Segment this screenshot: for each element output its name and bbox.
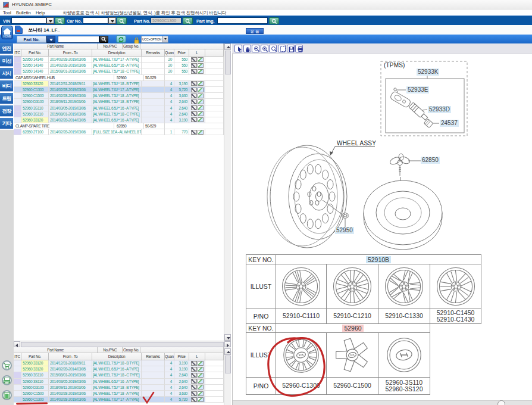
top-vscroll-thumb[interactable] [225,51,231,74]
illust-wheel-4[interactable] [430,264,481,309]
edit-icon[interactable] [191,379,197,384]
bottom-vscroll-thumb[interactable] [225,356,231,373]
sidebar-item-5[interactable]: 전장 [0,105,13,117]
pno-value-2-1[interactable]: 52960-C1300 [276,377,327,395]
part-row[interactable]: 52950 141402015/08/01-2019/03/06[AL WHEE… [14,68,224,74]
edit-icon[interactable] [191,57,197,62]
illust-wheel-1[interactable] [276,264,327,309]
print-list-button[interactable] [2,375,12,385]
zoom-icon[interactable] [269,45,277,52]
image-icon[interactable] [198,385,204,390]
vin-input[interactable] [11,17,46,24]
label-24537[interactable]: 24537 [440,120,459,127]
part-row[interactable]: 52960 C15002014/02/28-2019/03/06[AL WHEE… [14,93,224,99]
sidebar-item-0[interactable]: 엔진 [0,43,13,54]
top-hscroll-thumb[interactable] [21,342,224,347]
part-row[interactable]: 52960 331202014/12/31-2018/09/11[AL WHEE… [14,360,224,366]
select-region-icon[interactable] [278,45,286,52]
label-62850[interactable]: 62850 [421,157,440,164]
home-button[interactable]: HOME [1,26,13,39]
edit-icon[interactable] [191,361,197,366]
vin-search-button[interactable] [55,17,65,24]
edit-icon[interactable] [191,111,197,116]
pno-value-1-2[interactable]: 52910-C1210 [326,309,378,324]
part-no-input[interactable] [58,36,99,43]
cursor-icon[interactable] [234,45,242,52]
illust-cap-1[interactable] [276,332,327,378]
report-button[interactable] [2,390,12,400]
label-52933D[interactable]: 52933D [428,106,451,113]
image-icon[interactable] [198,63,204,68]
image-icon[interactable] [198,391,204,396]
refresh-button[interactable] [116,35,126,43]
edit-icon[interactable] [191,130,197,135]
print-icon[interactable] [295,45,303,52]
edit-icon[interactable] [191,117,197,122]
car-dropdown[interactable] [108,17,116,24]
edit-icon[interactable] [191,397,197,402]
menu-help[interactable]: Help [36,10,45,15]
image-icon[interactable] [198,117,204,122]
edit-icon[interactable] [191,69,197,74]
car-search-button[interactable] [117,17,127,24]
part-row[interactable]: 62850 2T1002014/02/28-2019/03/06[FULL SI… [14,129,224,135]
part-row[interactable]: 52950 141402014/02/28-2019/03/06[AL WHEE… [14,63,224,68]
image-icon[interactable] [198,105,204,110]
part-row[interactable]: 52960 3S1102015/08/01-2019/03/06[AL WHEE… [14,372,224,378]
part-search-button[interactable] [183,17,193,24]
pno-value-1-4[interactable]: 52910-C145052910-C1430 [430,309,481,324]
edit-icon[interactable] [191,367,197,372]
edit-icon[interactable] [191,391,197,396]
image-icon[interactable] [198,57,204,62]
illust-wheel-3[interactable] [378,264,430,309]
search-type-dropdown[interactable] [46,36,55,43]
ucc-option-combo[interactable]: UCC+OPTION [141,36,168,43]
sidebar-item-1[interactable]: 미션 [0,55,13,67]
edit-icon[interactable] [191,94,197,98]
label-52933K[interactable]: 52933K [417,68,439,76]
image-icon[interactable] [198,379,204,384]
scroll-up-button[interactable] [224,43,231,50]
pno-value-2-3[interactable]: 52960-3S11052960-3S120 [378,377,430,395]
bottom-table-vscrollbar[interactable] [224,347,231,405]
edit-icon[interactable] [191,63,197,68]
group-row[interactable]: CLAMP-SPARE TIRE6285050-529 [14,123,224,129]
image-icon[interactable] [198,88,204,92]
hand-icon[interactable] [243,45,251,52]
part-row[interactable]: 52960 3S1102014/03/05-2019/03/06[AL WHEE… [14,379,224,385]
label-52950[interactable]: 52950 [335,227,354,234]
top-table-hscrollbar[interactable] [14,341,231,347]
image-icon[interactable] [198,111,204,116]
part-row[interactable]: 52960 331202014/02/28-2014/03/05[AL WHEE… [14,117,224,123]
part-row[interactable]: 52960 331202014/12/31-2018/09/11[AL WHEE… [14,81,224,87]
image-icon[interactable] [198,361,204,366]
image-icon[interactable] [198,397,204,402]
part-input[interactable] [151,17,181,24]
image-icon[interactable] [198,94,204,98]
illust-cap-3[interactable] [378,332,430,378]
sidebar-item-4[interactable]: 트림 [0,93,13,104]
part-row[interactable]: 52960 3S1102015/08/01-2019/03/06[AL WHEE… [14,111,224,117]
image-icon[interactable] [198,367,204,372]
image-icon[interactable] [198,81,204,86]
image-icon[interactable] [198,69,204,74]
image-icon[interactable] [198,130,204,135]
vin-dropdown[interactable] [46,17,54,24]
key-no-value-1[interactable]: 52910B [276,254,481,264]
edit-icon[interactable] [191,99,197,104]
accessory-button[interactable]: 용 품 [246,28,264,34]
part-row[interactable]: 52960 D31002018/09/11-2019/03/06[AL WHEE… [14,385,224,391]
pno-value-1-1[interactable]: 52910-C1110 [276,309,327,324]
part-row[interactable]: 52950 141402014/02/28-2019/03/06[AL WHEE… [14,57,224,63]
sidebar-item-2[interactable]: 샤시 [0,68,13,79]
label-52933E[interactable]: 52933E [406,86,429,94]
img-search-button[interactable] [269,17,279,24]
part-row[interactable]: 52960 C13002014/02/28-2019/03/06[AL WHEE… [14,397,224,403]
car-input[interactable] [83,17,108,24]
zoom-out-icon[interactable] [252,45,259,52]
key-no-value-2[interactable]: 52960 [276,323,430,333]
illust-wheel-2[interactable] [326,264,378,309]
scroll-down-button[interactable] [224,334,231,341]
scroll-up-button-b[interactable] [224,348,231,355]
top-table-vscrollbar[interactable] [224,43,231,341]
